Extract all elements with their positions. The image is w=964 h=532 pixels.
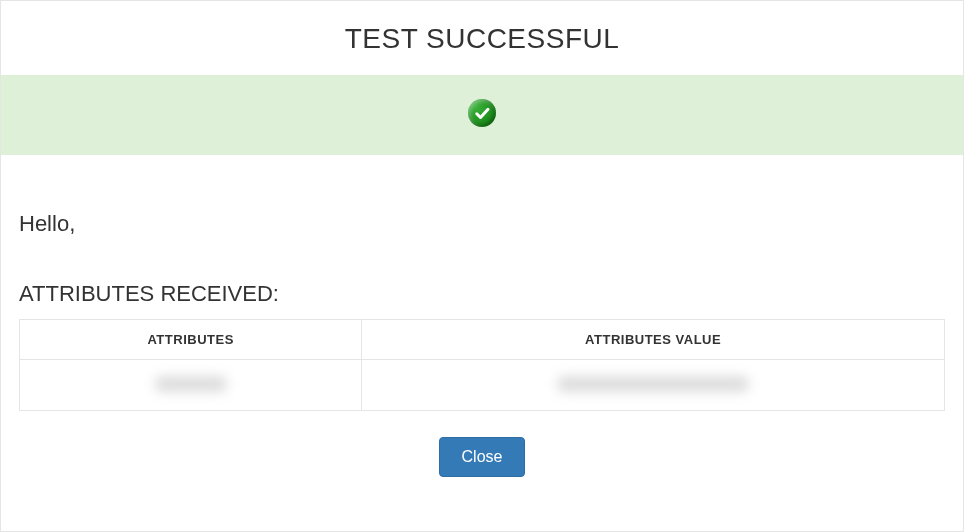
dialog-title: TEST SUCCESSFUL <box>1 1 963 75</box>
col-header-attributes: ATTRIBUTES <box>20 320 362 360</box>
greeting-text: Hello, <box>19 211 945 237</box>
attributes-table: ATTRIBUTES ATTRIBUTES VALUE <box>19 319 945 411</box>
button-row: Close <box>19 437 945 477</box>
col-header-value: ATTRIBUTES VALUE <box>362 320 945 360</box>
redacted-text <box>558 376 748 392</box>
table-row <box>20 360 945 411</box>
cell-attribute-value <box>362 360 945 411</box>
success-banner <box>1 75 963 155</box>
cell-attribute-name <box>20 360 362 411</box>
table-header-row: ATTRIBUTES ATTRIBUTES VALUE <box>20 320 945 360</box>
close-button[interactable]: Close <box>439 437 526 477</box>
redacted-text <box>156 376 226 392</box>
checkmark-icon <box>468 99 496 127</box>
dialog-content: Hello, ATTRIBUTES RECEIVED: ATTRIBUTES A… <box>1 155 963 477</box>
attributes-section-label: ATTRIBUTES RECEIVED: <box>19 281 945 307</box>
dialog-container: TEST SUCCESSFUL Hello, ATTRIBUTES RECEIV… <box>0 0 964 532</box>
